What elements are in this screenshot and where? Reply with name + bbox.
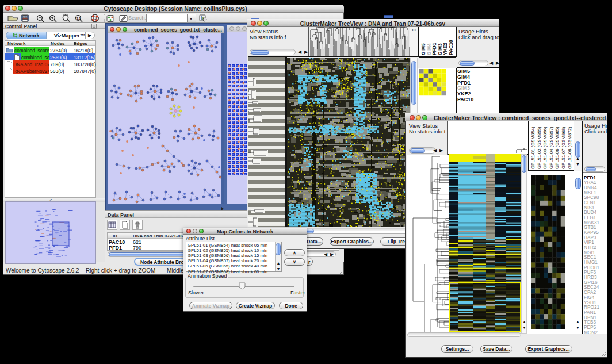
svg-text:1:1: 1:1 <box>76 17 81 20</box>
